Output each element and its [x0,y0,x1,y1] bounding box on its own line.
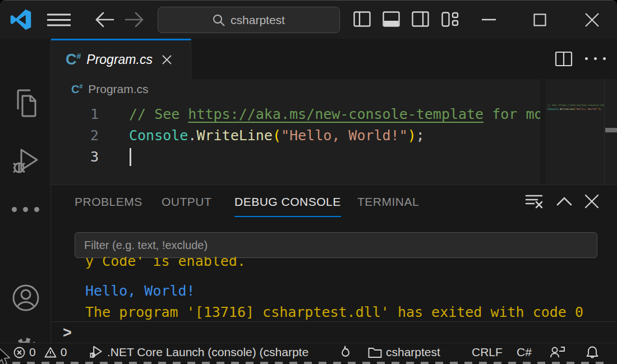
go-forward-icon[interactable] [125,11,145,29]
token-semicolon: ; [416,127,425,144]
token-paren-open: ( [273,127,281,144]
tab-terminal[interactable]: TERMINAL [357,195,419,216]
token-writeline: WriteLine [196,127,272,144]
eol-label: CRLF [472,345,503,359]
run-and-debug-icon[interactable] [0,146,51,177]
search-icon [213,14,225,26]
tab-output[interactable]: OUTPUT [162,195,211,216]
csharp-file-icon: C# [66,52,81,67]
more-actions-icon[interactable] [585,57,606,60]
explorer-icon[interactable] [0,89,51,117]
language-status-item[interactable]: C# [517,343,532,361]
error-count: 0 [29,345,36,359]
minimap-text: https://aka.ms/new-console-template [558,104,604,107]
split-editor-icon[interactable] [555,50,573,67]
scrollbar-separator [604,79,605,185]
customize-layout-icon[interactable] [441,12,459,27]
status-bar: 0 0 .NET Core Launch (console) (csharpte [0,343,617,361]
console-line-exit: The program '[13716] csharptest.dll' has… [85,302,583,323]
debug-icon [89,345,103,360]
close-window-button[interactable] [585,13,599,27]
menu-icon[interactable] [47,13,71,26]
token-string: "Hello, World!" [281,127,408,144]
breadcrumb-item[interactable]: Program.cs [88,82,148,96]
folder-status-item[interactable]: csharptest [368,343,440,361]
code-line-1[interactable]: // See https://aka.ms/new-console-templa… [129,104,540,125]
toggle-primary-sidebar-icon[interactable] [353,11,371,27]
feedback-status-item[interactable] [550,343,565,361]
title-bar: csharptest [0,1,617,39]
warning-icon [44,347,57,358]
bottom-panel: PROBLEMS OUTPUT DEBUG CONSOLE TERMINAL y… [51,185,617,343]
language-label: C# [517,345,532,359]
maximize-panel-chevron-icon[interactable] [556,197,572,206]
scrollbar-slider[interactable] [605,128,617,132]
debug-console-filter-input[interactable] [75,232,597,258]
minimap-text: "Hello, World!" [575,108,599,110]
line-number-3: 3 [51,146,99,168]
vscode-logo-icon [10,9,31,30]
minimap-text: // See [547,104,558,107]
close-panel-icon[interactable] [584,194,599,209]
comment-link[interactable]: https://aka.ms/new-console-template [188,106,484,122]
clear-console-icon[interactable] [525,193,544,210]
breadcrumb[interactable]: C# Program.cs [71,82,149,96]
console-line-hello: Hello, World! [85,280,195,302]
comment-text: for more information [484,106,540,122]
warning-count: 0 [61,345,67,359]
search-command-center[interactable]: csharptest [158,7,340,33]
go-back-icon[interactable] [94,11,114,29]
code-line-2[interactable]: Console.WriteLine("Hello, World!"); [129,125,540,146]
more-views-icon[interactable] [0,207,51,212]
mouse-cursor [0,348,11,364]
toggle-secondary-sidebar-icon[interactable] [412,11,429,27]
clipped-text-sliver [12,362,607,364]
minimap-text: ; [600,108,602,110]
console-line-clipped: y Code' is enabled. [85,257,246,272]
debug-config-label: .NET Core Launch (console) (csharpte [107,345,308,359]
feedback-icon [550,345,565,359]
token-dot: . [188,127,196,144]
folder-label: csharptest [386,345,440,359]
tab-label: Program.cs [86,52,153,67]
debug-launch-status-item[interactable]: .NET Core Launch (console) (csharpte [89,343,331,361]
console-prompt[interactable]: > [63,323,72,342]
panel-actions [525,193,599,210]
minimap[interactable]: // See https://aka.ms/new-console-templa… [545,79,604,185]
line-number-2: 2 [51,125,99,146]
minimap-shadow [540,79,545,185]
bell-icon [586,345,599,360]
tab-debug-console[interactable]: DEBUG CONSOLE [234,195,341,217]
notifications-status-item[interactable] [586,343,599,361]
vscode-window: csharptest [0,0,617,364]
search-value: csharptest [231,13,285,27]
tab-program-cs[interactable]: C# Program.cs [51,39,191,79]
close-tab-icon[interactable] [162,54,172,65]
csharp-file-icon: C# [71,84,82,95]
token-console: Console [129,127,188,144]
text-cursor [130,148,131,166]
hot-reload-status-item[interactable] [339,343,351,361]
toggle-panel-icon[interactable] [383,11,400,27]
folder-icon [368,347,382,358]
token-paren-close: ) [408,127,416,144]
minimap-text: WriteLine [560,108,574,110]
comment-text: // See [129,106,188,122]
error-icon [13,347,25,358]
console-input-separator [51,321,617,322]
flame-icon [339,345,351,359]
problems-status-item[interactable]: 0 0 [13,343,67,361]
activity-bar [0,39,51,343]
minimize-button[interactable] [482,19,496,21]
tab-problems[interactable]: PROBLEMS [75,195,142,216]
line-number-1: 1 [51,104,99,125]
eol-status-item[interactable]: CRLF [472,343,503,361]
editor-tab-strip: C# Program.cs [51,39,617,79]
minimap-text: Console [547,108,558,110]
console-line-clipped-box: y Code' is enabled. [85,257,246,277]
accounts-icon[interactable] [0,283,51,312]
maximize-button[interactable] [533,13,546,26]
